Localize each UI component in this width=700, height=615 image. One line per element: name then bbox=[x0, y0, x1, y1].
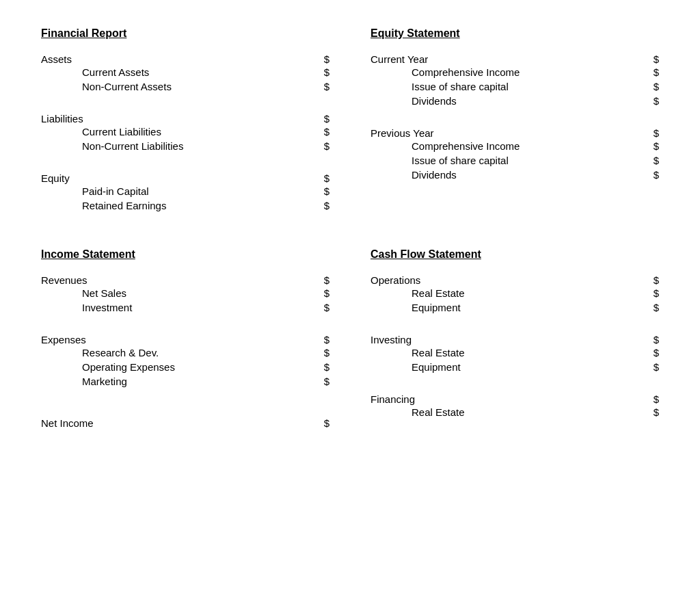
non-current-liabilities-value: $ bbox=[316, 140, 329, 152]
expenses-value: $ bbox=[316, 334, 329, 345]
investing-equipment-label: Equipment bbox=[412, 361, 645, 373]
current-year-label: Current Year bbox=[371, 53, 645, 65]
net-sales-label: Net Sales bbox=[82, 287, 316, 299]
py-dividends-label: Dividends bbox=[412, 169, 645, 181]
cy-comprehensive-income-label: Comprehensive Income bbox=[412, 66, 645, 78]
cy-issue-share-capital-label: Issue of share capital bbox=[412, 81, 645, 92]
expenses-row: Expenses $ bbox=[41, 334, 329, 345]
py-issue-share-capital-row: Issue of share capital $ bbox=[371, 155, 659, 166]
current-liabilities-label: Current Liabilities bbox=[82, 126, 316, 138]
expenses-label: Expenses bbox=[41, 334, 316, 345]
investing-real-estate-label: Real Estate bbox=[412, 347, 645, 358]
investing-row: Investing $ bbox=[371, 334, 659, 345]
previous-year-row: Previous Year $ bbox=[371, 127, 659, 139]
non-current-assets-label: Non-Current Assets bbox=[82, 81, 316, 92]
previous-year-label: Previous Year bbox=[371, 127, 645, 139]
investing-value: $ bbox=[645, 334, 659, 345]
investing-equipment-row: Equipment $ bbox=[371, 361, 659, 373]
liabilities-label: Liabilities bbox=[41, 113, 316, 125]
financing-row: Financing $ bbox=[371, 393, 659, 405]
research-dev-label: Research & Dev. bbox=[82, 347, 316, 358]
financing-real-estate-label: Real Estate bbox=[412, 406, 645, 418]
operations-real-estate-value: $ bbox=[645, 287, 659, 299]
non-current-liabilities-row: Non-Current Liabilities $ bbox=[41, 140, 329, 152]
current-assets-row: Current Assets $ bbox=[41, 66, 329, 78]
py-comprehensive-income-row: Comprehensive Income $ bbox=[371, 140, 659, 152]
equity-statement-title: Equity Statement bbox=[371, 27, 659, 40]
previous-year-value: $ bbox=[645, 127, 659, 139]
operations-equipment-row: Equipment $ bbox=[371, 302, 659, 313]
equity-statement-section: Equity Statement Current Year $ Comprehe… bbox=[350, 14, 679, 235]
operations-label: Operations bbox=[371, 274, 645, 286]
investing-real-estate-row: Real Estate $ bbox=[371, 347, 659, 358]
assets-row: Assets $ bbox=[41, 53, 329, 65]
retained-earnings-value: $ bbox=[316, 200, 329, 211]
net-sales-value: $ bbox=[316, 287, 329, 299]
net-income-value: $ bbox=[316, 417, 329, 429]
cy-comprehensive-income-row: Comprehensive Income $ bbox=[371, 66, 659, 78]
py-issue-share-capital-value: $ bbox=[645, 155, 659, 166]
equity-label: Equity bbox=[41, 172, 316, 184]
operations-equipment-label: Equipment bbox=[412, 302, 645, 313]
non-current-assets-row: Non-Current Assets $ bbox=[41, 81, 329, 92]
investing-label: Investing bbox=[371, 334, 645, 345]
operating-expenses-value: $ bbox=[316, 361, 329, 373]
net-sales-row: Net Sales $ bbox=[41, 287, 329, 299]
cy-dividends-value: $ bbox=[645, 95, 659, 107]
assets-label: Assets bbox=[41, 53, 316, 65]
non-current-assets-value: $ bbox=[316, 81, 329, 92]
py-dividends-row: Dividends $ bbox=[371, 169, 659, 181]
research-dev-value: $ bbox=[316, 347, 329, 358]
investment-value: $ bbox=[316, 302, 329, 313]
paid-in-capital-label: Paid-in Capital bbox=[82, 185, 316, 197]
current-year-value: $ bbox=[645, 53, 659, 65]
cy-comprehensive-income-value: $ bbox=[645, 66, 659, 78]
operations-row: Operations $ bbox=[371, 274, 659, 286]
py-comprehensive-income-value: $ bbox=[645, 140, 659, 152]
financing-value: $ bbox=[645, 393, 659, 405]
revenues-row: Revenues $ bbox=[41, 274, 329, 286]
operations-real-estate-label: Real Estate bbox=[412, 287, 645, 299]
equity-value: $ bbox=[316, 172, 329, 184]
cy-dividends-label: Dividends bbox=[412, 95, 645, 107]
liabilities-row: Liabilities $ bbox=[41, 113, 329, 125]
current-liabilities-row: Current Liabilities $ bbox=[41, 126, 329, 138]
cy-issue-share-capital-row: Issue of share capital $ bbox=[371, 81, 659, 92]
research-dev-row: Research & Dev. $ bbox=[41, 347, 329, 358]
current-year-row: Current Year $ bbox=[371, 53, 659, 65]
operations-equipment-value: $ bbox=[645, 302, 659, 313]
cash-flow-statement-section: Cash Flow Statement Operations $ Real Es… bbox=[350, 235, 679, 451]
net-income-label: Net Income bbox=[41, 417, 316, 429]
income-statement-title: Income Statement bbox=[41, 248, 329, 261]
financing-real-estate-value: $ bbox=[645, 406, 659, 418]
operations-value: $ bbox=[645, 274, 659, 286]
assets-value: $ bbox=[316, 53, 329, 65]
py-dividends-value: $ bbox=[645, 169, 659, 181]
investing-equipment-value: $ bbox=[645, 361, 659, 373]
liabilities-value: $ bbox=[316, 113, 329, 125]
paid-in-capital-row: Paid-in Capital $ bbox=[41, 185, 329, 197]
financing-label: Financing bbox=[371, 393, 645, 405]
investment-row: Investment $ bbox=[41, 302, 329, 313]
operating-expenses-label: Operating Expenses bbox=[82, 361, 316, 373]
marketing-row: Marketing $ bbox=[41, 376, 329, 387]
cash-flow-statement-title: Cash Flow Statement bbox=[371, 248, 659, 261]
marketing-label: Marketing bbox=[82, 376, 316, 387]
investment-label: Investment bbox=[82, 302, 316, 313]
py-comprehensive-income-label: Comprehensive Income bbox=[412, 140, 645, 152]
financial-report-title: Financial Report bbox=[41, 27, 329, 40]
investing-real-estate-value: $ bbox=[645, 347, 659, 358]
marketing-value: $ bbox=[316, 376, 329, 387]
retained-earnings-row: Retained Earnings $ bbox=[41, 200, 329, 211]
retained-earnings-label: Retained Earnings bbox=[82, 200, 316, 211]
income-statement-section: Income Statement Revenues $ Net Sales $ … bbox=[21, 235, 350, 451]
cy-dividends-row: Dividends $ bbox=[371, 95, 659, 107]
equity-row: Equity $ bbox=[41, 172, 329, 184]
current-assets-value: $ bbox=[316, 66, 329, 78]
revenues-value: $ bbox=[316, 274, 329, 286]
non-current-liabilities-label: Non-Current Liabilities bbox=[82, 140, 316, 152]
financing-real-estate-row: Real Estate $ bbox=[371, 406, 659, 418]
financial-report-section: Financial Report Assets $ Current Assets… bbox=[21, 14, 350, 235]
cy-issue-share-capital-value: $ bbox=[645, 81, 659, 92]
operating-expenses-row: Operating Expenses $ bbox=[41, 361, 329, 373]
